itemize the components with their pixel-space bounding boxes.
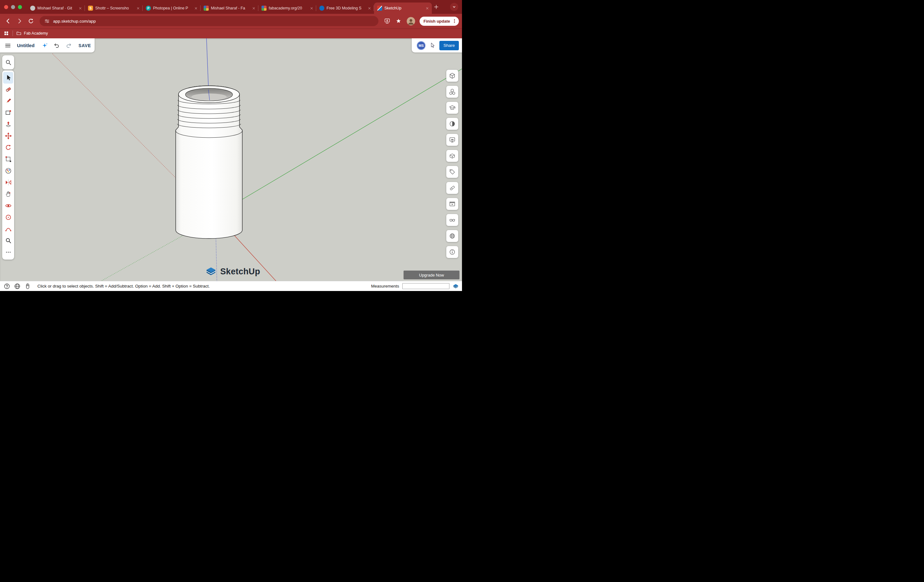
scenes-panel[interactable] — [446, 198, 458, 210]
zoom-window-button[interactable] — [18, 5, 22, 9]
language-button[interactable] — [13, 282, 21, 290]
arc-tool[interactable] — [3, 223, 13, 235]
canvas-3d[interactable] — [0, 38, 462, 281]
tab-close-button[interactable] — [425, 6, 430, 11]
styles-icon — [449, 120, 456, 127]
close-icon — [367, 6, 372, 11]
instructor-panel[interactable] — [446, 102, 458, 114]
paint-tool[interactable] — [3, 165, 13, 176]
cursor-icon[interactable] — [429, 42, 436, 49]
reload-button[interactable] — [26, 16, 36, 26]
soften-edges-panel[interactable] — [446, 182, 458, 194]
look-around-tool[interactable] — [3, 200, 13, 211]
help-button[interactable] — [3, 282, 10, 290]
geolocation-icon — [449, 232, 456, 239]
ai-assist-button[interactable] — [40, 40, 50, 51]
mouse-hints-button[interactable] — [24, 282, 31, 290]
address-bar[interactable]: app.sketchup.com/app — [40, 16, 378, 26]
tab-3[interactable]: Mishael Sharaf - Fa — [201, 3, 258, 14]
apps-grid-icon[interactable] — [3, 30, 10, 36]
bookmarks-divider — [13, 30, 13, 36]
circle-tool[interactable] — [3, 211, 13, 223]
tab-close-button[interactable] — [135, 6, 141, 11]
tab-search-button[interactable] — [450, 3, 458, 11]
line-tool[interactable] — [3, 95, 13, 107]
flip-icon — [5, 179, 12, 186]
minimize-window-button[interactable] — [11, 5, 15, 9]
tab-1[interactable]: SShottr – Screensho — [85, 3, 143, 14]
more-tools[interactable] — [3, 246, 13, 258]
tab-close-button[interactable] — [193, 6, 199, 11]
tab-2[interactable]: PPhotopea | Online P — [143, 3, 201, 14]
views-panel[interactable] — [446, 134, 458, 146]
rotate-tool[interactable] — [3, 142, 13, 153]
bottle-model[interactable] — [176, 86, 242, 239]
search-tool[interactable] — [3, 56, 13, 68]
plus-icon — [433, 4, 439, 10]
geolocation-panel[interactable] — [446, 230, 458, 242]
tab-active-sketchup[interactable]: SketchUp — [374, 3, 432, 14]
instructor-icon — [449, 104, 456, 111]
hand-tool[interactable] — [3, 188, 13, 200]
zoom-tool[interactable] — [3, 235, 13, 246]
account-avatar[interactable]: MS — [417, 41, 426, 50]
forward-button[interactable] — [15, 16, 25, 26]
sketchup-viewport[interactable]: Untitled SAVE MS Share — [0, 38, 462, 281]
bookmark-folder-fab-academy[interactable]: Fab Academy — [16, 30, 48, 36]
save-button[interactable]: SAVE — [79, 43, 91, 48]
tags-panel[interactable] — [446, 166, 458, 178]
tab-title: Mishael Sharaf - Fa — [211, 6, 249, 10]
model-info-panel[interactable] — [446, 246, 458, 258]
circle-icon — [5, 214, 12, 221]
styles-panel[interactable] — [446, 118, 458, 130]
tab-close-button[interactable] — [367, 6, 372, 11]
redo-button[interactable] — [63, 40, 74, 51]
site-settings-icon[interactable] — [44, 18, 50, 24]
eraser-tool[interactable] — [3, 84, 13, 95]
close-icon — [78, 6, 82, 11]
measurements-input[interactable] — [402, 283, 449, 289]
select-tool[interactable] — [3, 72, 13, 84]
tab-title: Shottr – Screensho — [95, 6, 133, 10]
finish-update-button[interactable]: Finish update — [419, 16, 459, 26]
views-icon — [449, 136, 456, 143]
ar-vr-panel[interactable] — [446, 214, 458, 226]
materials-icon — [449, 152, 456, 159]
document-title[interactable]: Untitled — [17, 43, 35, 48]
model-info-icon — [449, 249, 456, 256]
share-button[interactable]: Share — [439, 41, 459, 50]
kebab-menu-icon[interactable] — [451, 18, 458, 24]
bookmark-star-button[interactable] — [393, 16, 404, 26]
tags-icon — [449, 168, 456, 175]
help-icon — [3, 283, 10, 290]
move-tool[interactable] — [3, 130, 13, 142]
shapes-tool[interactable] — [3, 107, 13, 119]
materials-panel[interactable] — [446, 150, 458, 162]
tab-close-button[interactable] — [78, 6, 83, 11]
push-pull-tool[interactable] — [3, 119, 13, 130]
tab-0[interactable]: Mishael Sharaf · Git — [27, 3, 85, 14]
main-menu-button[interactable] — [3, 40, 13, 51]
components-panel[interactable] — [446, 86, 458, 98]
install-app-button[interactable] — [382, 16, 392, 26]
profile-avatar[interactable] — [407, 17, 415, 25]
pushpull-icon — [5, 121, 12, 128]
tab-title: SketchUp — [384, 6, 422, 10]
tab-5[interactable]: Free 3D Modeling S — [316, 3, 374, 14]
scenes-icon — [449, 201, 456, 208]
vr-glasses-icon — [449, 216, 456, 223]
search-icon — [5, 59, 12, 66]
flip-tool[interactable] — [3, 176, 13, 188]
undo-button[interactable] — [51, 40, 62, 51]
close-window-button[interactable] — [4, 5, 8, 9]
scale-tool[interactable] — [3, 153, 13, 165]
tab-close-button[interactable] — [309, 6, 314, 11]
new-tab-button[interactable] — [432, 3, 441, 11]
back-button[interactable] — [3, 16, 13, 26]
upgrade-now-button[interactable]: Upgrade Now — [404, 270, 459, 279]
sketchup-watermark: SketchUp — [205, 266, 260, 277]
entity-info-panel[interactable] — [446, 70, 458, 82]
tab-close-button[interactable] — [251, 6, 256, 11]
tab-4[interactable]: fabacademy.org/20 — [258, 3, 316, 14]
close-icon — [194, 6, 198, 11]
